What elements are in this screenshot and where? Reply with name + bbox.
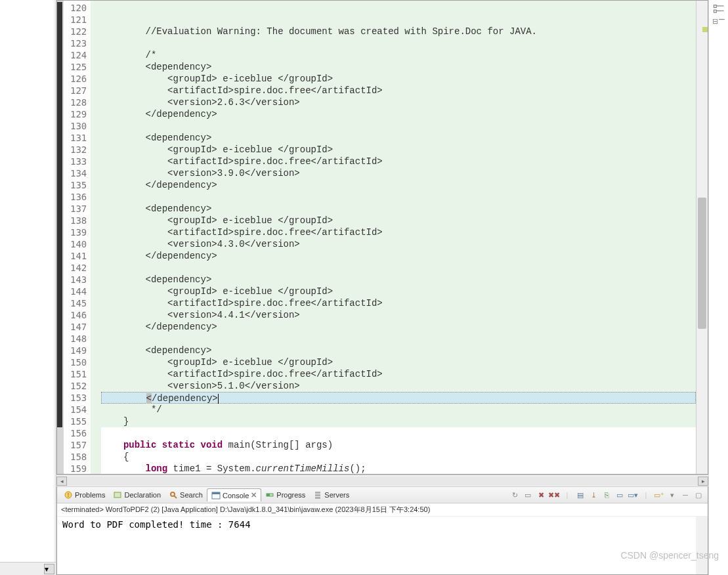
- line-number[interactable]: 139: [64, 226, 91, 238]
- code-line[interactable]: {: [101, 451, 696, 463]
- outline-sidebar[interactable]: ⊟: [708, 0, 728, 575]
- console-scrollbar[interactable]: [696, 517, 708, 574]
- code-line[interactable]: </dependency>: [101, 392, 696, 404]
- code-line[interactable]: long time1 = System.currentTimeMillis();: [101, 463, 696, 474]
- line-number[interactable]: 129: [64, 108, 91, 120]
- line-number[interactable]: 142: [64, 262, 91, 274]
- console-output[interactable]: Word to PDF completed! time : 7644: [57, 517, 708, 574]
- tab-servers[interactable]: Servers: [309, 488, 353, 501]
- line-number[interactable]: 157: [64, 439, 91, 451]
- line-number[interactable]: 124: [64, 49, 91, 61]
- remove-launch-icon[interactable]: ▭: [522, 489, 534, 501]
- line-number[interactable]: 159: [64, 463, 91, 475]
- view-menu-icon[interactable]: ▾: [666, 489, 678, 501]
- tab-search[interactable]: Search: [165, 488, 207, 501]
- line-number[interactable]: 149: [64, 345, 91, 356]
- vertical-scrollbar[interactable]: [696, 1, 708, 474]
- scroll-lock-icon[interactable]: ⤓: [588, 489, 599, 501]
- left-panel-scrollbar[interactable]: ▾: [0, 562, 56, 575]
- line-number[interactable]: 145: [64, 297, 91, 309]
- code-line[interactable]: //Evaluation Warning: The document was c…: [101, 26, 696, 37]
- line-number[interactable]: 134: [64, 167, 91, 179]
- line-number[interactable]: 155: [64, 415, 91, 427]
- close-tab-icon[interactable]: ✕: [251, 491, 257, 500]
- line-number[interactable]: 131: [64, 132, 91, 144]
- line-number[interactable]: 121: [64, 14, 91, 26]
- line-number[interactable]: 120: [64, 2, 91, 14]
- line-number[interactable]: 152: [64, 380, 91, 392]
- line-number[interactable]: 147: [64, 321, 91, 333]
- code-line[interactable]: <version>4.3.0</version>: [101, 238, 696, 250]
- line-number[interactable]: 135: [64, 179, 91, 191]
- scroll-right-icon[interactable]: ▸: [698, 477, 708, 486]
- line-number[interactable]: 151: [64, 368, 91, 380]
- code-line[interactable]: <dependency>: [101, 132, 696, 144]
- line-number[interactable]: 154: [64, 404, 91, 415]
- pin-console-icon[interactable]: ⎘: [601, 489, 612, 501]
- code-line[interactable]: [101, 14, 696, 26]
- line-number[interactable]: 127: [64, 85, 91, 96]
- tab-progress[interactable]: Progress: [261, 488, 309, 501]
- code-line[interactable]: [101, 262, 696, 274]
- line-number[interactable]: 148: [64, 333, 91, 345]
- code-line[interactable]: <dependency>: [101, 203, 696, 215]
- code-line[interactable]: <version>4.4.1</version>: [101, 309, 696, 321]
- line-number[interactable]: 137: [64, 203, 91, 215]
- code-line[interactable]: <dependency>: [101, 345, 696, 356]
- clear-console-icon[interactable]: ▤: [574, 489, 586, 501]
- code-line[interactable]: [101, 191, 696, 203]
- scrollbar-track[interactable]: [67, 477, 698, 486]
- code-line[interactable]: </dependency>: [101, 250, 696, 262]
- line-number[interactable]: 143: [64, 274, 91, 286]
- code-line[interactable]: </dependency>: [101, 108, 696, 120]
- line-number[interactable]: 150: [64, 356, 91, 368]
- code-line[interactable]: public static void main(String[] args): [101, 439, 696, 451]
- line-number[interactable]: 130: [64, 120, 91, 132]
- line-number[interactable]: 141: [64, 250, 91, 262]
- line-number[interactable]: 144: [64, 286, 91, 297]
- scrollbar-thumb[interactable]: [698, 198, 706, 329]
- tab-declaration[interactable]: Declaration: [109, 488, 165, 501]
- open-console-icon[interactable]: ▭▾: [627, 489, 639, 501]
- code-editor[interactable]: //Evaluation Warning: The document was c…: [91, 1, 696, 474]
- code-line[interactable]: </dependency>: [101, 179, 696, 191]
- line-number[interactable]: 133: [64, 156, 91, 167]
- line-number[interactable]: 123: [64, 37, 91, 49]
- line-number[interactable]: 128: [64, 96, 91, 108]
- horizontal-scrollbar[interactable]: ◂ ▸: [56, 475, 708, 486]
- code-line[interactable]: <artifactId>spire.doc.free</artifactId>: [101, 156, 696, 167]
- code-line[interactable]: <artifactId>spire.doc.free</artifactId>: [101, 85, 696, 96]
- console-relaunch-icon[interactable]: ↻: [509, 489, 521, 501]
- code-line[interactable]: }: [101, 415, 696, 427]
- code-line[interactable]: <artifactId>spire.doc.free</artifactId>: [101, 226, 696, 238]
- line-number[interactable]: 132: [64, 144, 91, 156]
- code-line[interactable]: <groupId> e-iceblue </groupId>: [101, 286, 696, 297]
- outline-expand-icon[interactable]: ⊟: [712, 16, 725, 26]
- tab-problems[interactable]: !Problems: [60, 488, 109, 501]
- scroll-left-icon[interactable]: ◂: [56, 477, 67, 486]
- code-line[interactable]: [101, 2, 696, 14]
- line-number[interactable]: 140: [64, 238, 91, 250]
- code-line[interactable]: <version>5.1.0</version>: [101, 380, 696, 392]
- maximize-view-icon[interactable]: ▢: [693, 489, 704, 501]
- code-line[interactable]: <artifactId>spire.doc.free</artifactId>: [101, 297, 696, 309]
- line-number[interactable]: 138: [64, 215, 91, 226]
- minimize-view-icon[interactable]: ─: [679, 489, 691, 501]
- terminate-icon[interactable]: ✖✖: [548, 489, 560, 501]
- line-number[interactable]: 136: [64, 191, 91, 203]
- code-line[interactable]: <artifactId>spire.doc.free</artifactId>: [101, 368, 696, 380]
- code-line[interactable]: [101, 120, 696, 132]
- tab-console[interactable]: Console ✕: [207, 488, 261, 501]
- line-number[interactable]: 125: [64, 61, 91, 73]
- code-line[interactable]: <dependency>: [101, 61, 696, 73]
- line-number[interactable]: 156: [64, 427, 91, 439]
- code-line[interactable]: [101, 333, 696, 345]
- line-number-gutter[interactable]: 1201211221231241251261271281291301311321…: [64, 1, 91, 474]
- sash-handle[interactable]: [53, 0, 56, 575]
- code-line[interactable]: <version>2.6.3</version>: [101, 96, 696, 108]
- display-selected-icon[interactable]: ▭: [614, 489, 626, 501]
- line-number[interactable]: 146: [64, 309, 91, 321]
- code-line[interactable]: [101, 37, 696, 49]
- line-number[interactable]: 126: [64, 73, 91, 85]
- line-number[interactable]: 158: [64, 451, 91, 463]
